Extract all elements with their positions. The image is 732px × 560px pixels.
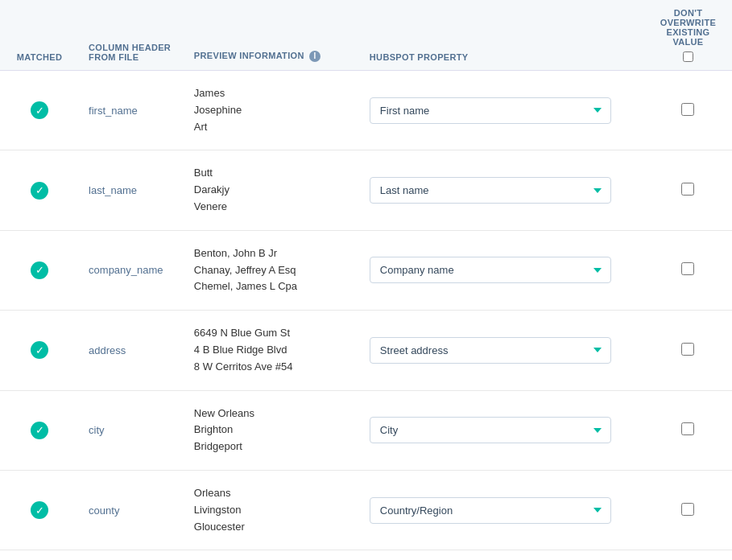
table-row: ✓company_nameBenton, John B JrChanay, Je… bbox=[0, 230, 732, 310]
hubspot-property-cell: First nameLast nameEmailCompany nameStre… bbox=[360, 390, 644, 470]
matched-check-icon: ✓ bbox=[31, 501, 48, 519]
matched-check-icon: ✓ bbox=[31, 182, 48, 200]
preview-line: Gloucester bbox=[194, 519, 350, 536]
table-row: ✓countyOrleansLivingstonGloucesterFirst … bbox=[0, 470, 732, 550]
dont-overwrite-checkbox[interactable] bbox=[681, 503, 694, 516]
column-header-cell: state bbox=[79, 550, 184, 560]
dont-overwrite-checkbox[interactable] bbox=[681, 103, 694, 116]
table-row: ✓last_nameButtDarakjyVenereFirst nameLas… bbox=[0, 150, 732, 230]
matched-cell: ✓ bbox=[0, 71, 79, 150]
column-header-cell: first_name bbox=[79, 71, 184, 150]
import-mapping-table: MATCHED COLUMN HEADER FROM FILE PREVIEW … bbox=[0, 0, 732, 560]
preview-info-icon[interactable]: i bbox=[309, 51, 321, 62]
dont-overwrite-cell bbox=[644, 150, 732, 230]
hubspot-property-cell: First nameLast nameEmailCompany nameStre… bbox=[360, 150, 644, 230]
hubspot-property-cell: First nameLast nameEmailCompany nameStre… bbox=[360, 311, 644, 390]
column-header-cell: company_name bbox=[79, 230, 184, 310]
hubspot-select-wrapper: First nameLast nameEmailCompany nameStre… bbox=[370, 177, 611, 204]
preview-line: Butt bbox=[194, 165, 350, 182]
preview-cell: Benton, John B JrChanay, Jeffrey A EsqCh… bbox=[184, 230, 360, 310]
hubspot-select-wrapper: First nameLast nameEmailCompany nameStre… bbox=[370, 417, 611, 443]
preview-line: Venere bbox=[194, 199, 350, 216]
preview-cell: New OrleansBrightonBridgeport bbox=[184, 390, 360, 470]
col-header-column-from-file: COLUMN HEADER FROM FILE bbox=[79, 0, 184, 71]
preview-line: Art bbox=[194, 119, 350, 136]
column-header-cell: city bbox=[79, 390, 184, 470]
matched-cell: ✓ bbox=[0, 390, 79, 470]
preview-line: Livingston bbox=[194, 502, 350, 519]
matched-check-icon: ✓ bbox=[31, 261, 48, 279]
preview-line: 6649 N Blue Gum St bbox=[194, 325, 350, 342]
preview-line: Chanay, Jeffrey A Esq bbox=[194, 262, 350, 279]
hubspot-property-select[interactable]: First nameLast nameEmailCompany nameStre… bbox=[370, 177, 611, 204]
preview-line: New Orleans bbox=[194, 406, 350, 422]
col-header-matched: MATCHED bbox=[0, 0, 79, 71]
column-header-cell: county bbox=[79, 470, 184, 550]
preview-line: Brighton bbox=[194, 422, 350, 439]
matched-cell: ✓ bbox=[0, 311, 79, 390]
matched-cell: ✓ bbox=[0, 150, 79, 230]
dont-overwrite-cell bbox=[644, 230, 732, 310]
table-row: ✓cityNew OrleansBrightonBridgeportFirst … bbox=[0, 390, 732, 470]
hubspot-property-cell: First nameLast nameEmailCompany nameStre… bbox=[360, 470, 644, 550]
preview-line: 8 W Cerritos Ave #54 bbox=[194, 359, 350, 376]
preview-cell: LAMINJ bbox=[184, 550, 360, 560]
matched-cell: ✓ bbox=[0, 470, 79, 550]
preview-cell: JamesJosephineArt bbox=[184, 71, 360, 150]
table-header-row: MATCHED COLUMN HEADER FROM FILE PREVIEW … bbox=[0, 0, 732, 71]
hubspot-property-select[interactable]: First nameLast nameEmailCompany nameStre… bbox=[370, 497, 611, 524]
matched-cell: ✓ bbox=[0, 550, 79, 560]
hubspot-select-wrapper: First nameLast nameEmailCompany nameStre… bbox=[370, 257, 611, 283]
hubspot-select-wrapper: First nameLast nameEmailCompany nameStre… bbox=[370, 497, 611, 524]
preview-line: Chemel, James L Cpa bbox=[194, 278, 350, 295]
dont-overwrite-cell bbox=[644, 470, 732, 550]
hubspot-select-wrapper: First nameLast nameEmailCompany nameStre… bbox=[370, 97, 611, 124]
matched-cell: ✓ bbox=[0, 230, 79, 310]
preview-line: 4 B Blue Ridge Blvd bbox=[194, 342, 350, 359]
column-header-cell: last_name bbox=[79, 150, 184, 230]
hubspot-property-select[interactable]: First nameLast nameEmailCompany nameStre… bbox=[370, 417, 611, 443]
preview-line: Benton, John B Jr bbox=[194, 245, 350, 262]
table-row: ✓address6649 N Blue Gum St4 B Blue Ridge… bbox=[0, 311, 732, 390]
dont-overwrite-checkbox[interactable] bbox=[681, 183, 694, 196]
preview-line: Orleans bbox=[194, 485, 350, 502]
preview-cell: OrleansLivingstonGloucester bbox=[184, 470, 360, 550]
dont-overwrite-checkbox[interactable] bbox=[681, 262, 694, 275]
col-header-hubspot-property: HUBSPOT PROPERTY bbox=[360, 0, 644, 71]
preview-cell: 6649 N Blue Gum St4 B Blue Ridge Blvd8 W… bbox=[184, 311, 360, 390]
table-row: ✓first_nameJamesJosephineArtFirst nameLa… bbox=[0, 71, 732, 150]
dont-overwrite-checkbox[interactable] bbox=[681, 343, 694, 356]
table-row: ✓stateLAMINJFirst nameLast nameEmailComp… bbox=[0, 550, 732, 560]
preview-cell: ButtDarakjyVenere bbox=[184, 150, 360, 230]
dont-overwrite-cell bbox=[644, 311, 732, 390]
hubspot-property-select[interactable]: First nameLast nameEmailCompany nameStre… bbox=[370, 257, 611, 283]
preview-line: James bbox=[194, 85, 350, 102]
hubspot-property-cell: First nameLast nameEmailCompany nameStre… bbox=[360, 71, 644, 150]
hubspot-select-wrapper: First nameLast nameEmailCompany nameStre… bbox=[370, 337, 611, 364]
hubspot-property-select[interactable]: First nameLast nameEmailCompany nameStre… bbox=[370, 337, 611, 364]
matched-check-icon: ✓ bbox=[31, 422, 48, 439]
matched-check-icon: ✓ bbox=[31, 341, 48, 359]
preview-line: Darakjy bbox=[194, 182, 350, 199]
dont-overwrite-cell bbox=[644, 550, 732, 560]
dont-overwrite-cell bbox=[644, 390, 732, 470]
col-header-dont-overwrite: DON'T OVERWRITE EXISTING VALUE bbox=[644, 0, 732, 71]
dont-overwrite-checkbox[interactable] bbox=[681, 422, 694, 435]
matched-check-icon: ✓ bbox=[31, 101, 48, 119]
dont-overwrite-cell bbox=[644, 71, 732, 150]
preview-line: Josephine bbox=[194, 102, 350, 119]
dont-overwrite-all-checkbox[interactable] bbox=[683, 51, 693, 62]
hubspot-property-cell: First nameLast nameEmailCompany nameStre… bbox=[360, 230, 644, 310]
hubspot-property-cell: First nameLast nameEmailCompany nameStre… bbox=[360, 550, 644, 560]
col-header-preview: PREVIEW INFORMATION i bbox=[184, 0, 360, 71]
preview-line: Bridgeport bbox=[194, 439, 350, 455]
hubspot-property-select[interactable]: First nameLast nameEmailCompany nameStre… bbox=[370, 97, 611, 124]
column-header-cell: address bbox=[79, 311, 184, 390]
